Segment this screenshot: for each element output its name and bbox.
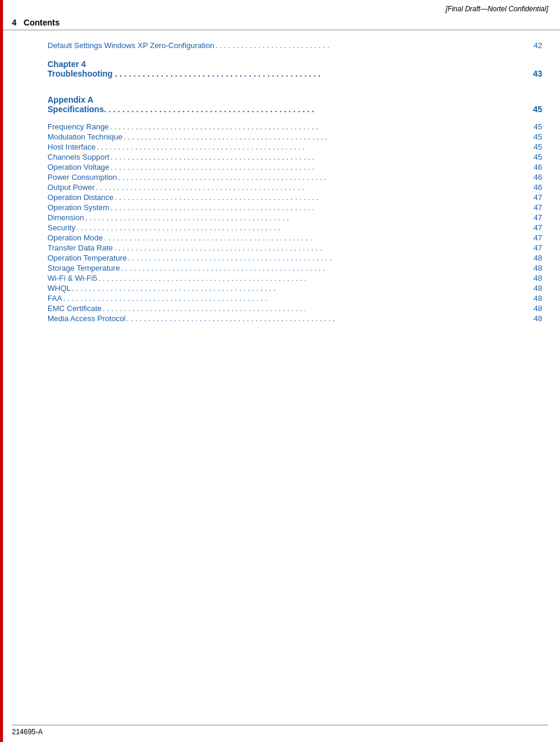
toc-dots: . . . . . . . . . . . . . . . . . . . . …	[103, 304, 524, 313]
toc-dots: . . . . . . . . . . . . . . . . . . . . …	[77, 223, 524, 232]
toc-dots: . . . . . . . . . . . . . . . . . . . . …	[64, 294, 524, 303]
toc-link[interactable]: Storage Temperature	[48, 264, 120, 272]
toc-page: 48	[526, 274, 542, 283]
toc-link[interactable]: FAA	[48, 294, 62, 303]
toc-link[interactable]: EMC Certificate	[48, 304, 102, 313]
toc-entry[interactable]: Frequency Range . . . . . . . . . . . . …	[48, 122, 542, 131]
toc-dots: . . . . . . . . . . . . . . . . . . . . …	[115, 193, 524, 202]
toc-entry[interactable]: Power Consumption . . . . . . . . . . . …	[48, 173, 542, 182]
red-bar	[0, 0, 3, 742]
toc-entry[interactable]: Security . . . . . . . . . . . . . . . .…	[48, 223, 542, 232]
toc-page: 48	[526, 304, 542, 313]
toc-entry[interactable]: Operation Temperature . . . . . . . . . …	[48, 253, 542, 262]
toc-entry[interactable]: Operation Distance . . . . . . . . . . .…	[48, 193, 542, 202]
toc-entry[interactable]: Dimension . . . . . . . . . . . . . . . …	[48, 213, 542, 222]
toc-link[interactable]: Host Interface	[48, 142, 96, 151]
toc-dots: . . . . . . . . . . . . . . . . . . . . …	[127, 314, 524, 323]
toc-dots: . . . . . . . . . . . . . . . . . . . . …	[96, 183, 525, 192]
toc-link[interactable]: Troubleshooting . . . . . . . . . . . . …	[48, 69, 526, 78]
toc-content: Default Settings Windows XP Zero-Configu…	[0, 30, 560, 335]
toc-page: 45	[526, 153, 542, 161]
toc-dots: . . . . . . . . . . . . . . . . . . . . …	[110, 153, 524, 161]
toc-page: 47	[526, 243, 542, 252]
toc-entry[interactable]: Operation System . . . . . . . . . . . .…	[48, 203, 542, 212]
page-number: 4	[12, 18, 17, 27]
toc-entry[interactable]: Media Access Protocol . . . . . . . . . …	[48, 314, 542, 323]
header-text: [Final Draft—Nortel Confidential]	[445, 5, 548, 13]
section-title: Contents	[24, 18, 60, 27]
toc-page: 47	[526, 193, 542, 202]
toc-page: 46	[526, 163, 542, 172]
toc-dots: . . . . . . . . . . . . . . . . . . . . …	[104, 233, 524, 242]
toc-entry[interactable]: Operation Mode . . . . . . . . . . . . .…	[48, 233, 542, 242]
toc-dots: . . . . . . . . . . . . . . . . . . . . …	[72, 284, 524, 293]
toc-link[interactable]: Transfer Data Rate	[48, 243, 113, 252]
toc-entry[interactable]: WHQL . . . . . . . . . . . . . . . . . .…	[48, 284, 542, 293]
toc-page: 45	[526, 104, 542, 114]
toc-link[interactable]: Media Access Protocol	[48, 314, 126, 323]
toc-dots: . . . . . . . . . . . . . . . . . . . . …	[114, 243, 524, 252]
toc-link[interactable]: Channels Support	[48, 153, 109, 161]
toc-dots: . . . . . . . . . . . . . . . . . . . . …	[97, 142, 524, 151]
toc-page: 46	[526, 173, 542, 182]
toc-link[interactable]: Operation Distance	[48, 193, 113, 202]
toc-link[interactable]: Default Settings Windows XP Zero-Configu…	[48, 41, 214, 50]
toc-dots: . . . . . . . . . . . . . . . . . . . . …	[110, 122, 524, 131]
toc-link[interactable]: Security	[48, 223, 75, 232]
toc-link[interactable]: Power Consumption	[48, 173, 117, 182]
toc-link[interactable]: Operation Temperature	[48, 253, 126, 262]
toc-dots: . . . . . . . . . . . . . . . . . . . . …	[124, 132, 524, 141]
footer: 214695-A	[12, 725, 548, 736]
toc-entry[interactable]: Host Interface . . . . . . . . . . . . .…	[48, 142, 542, 151]
toc-page: 45	[526, 132, 542, 141]
chapter-label: Appendix A	[48, 95, 542, 104]
toc-entry[interactable]: Wi-Fi & Wi-Fi5 . . . . . . . . . . . . .…	[48, 274, 542, 283]
chapter-label: Chapter 4	[48, 59, 542, 69]
toc-page: 48	[526, 294, 542, 303]
toc-link[interactable]: Modulation Technique	[48, 132, 122, 141]
toc-link[interactable]: Frequency Range	[48, 122, 109, 131]
toc-entry-chapter-title[interactable]: Troubleshooting . . . . . . . . . . . . …	[48, 69, 542, 78]
toc-link[interactable]: WHQL	[48, 284, 71, 293]
toc-entry[interactable]: EMC Certificate . . . . . . . . . . . . …	[48, 304, 542, 313]
toc-page: 47	[526, 213, 542, 222]
toc-link[interactable]: Dimension	[48, 213, 84, 222]
toc-entry[interactable]: Transfer Data Rate . . . . . . . . . . .…	[48, 243, 542, 252]
toc-link[interactable]: Operation Mode	[48, 233, 103, 242]
footer-text: 214695-A	[12, 728, 43, 736]
toc-entry[interactable]: Channels Support . . . . . . . . . . . .…	[48, 153, 542, 161]
toc-page: 47	[526, 233, 542, 242]
toc-page: 43	[526, 69, 542, 78]
toc-link[interactable]: Operation System	[48, 203, 109, 212]
toc-page: 48	[526, 284, 542, 293]
toc-page: 48	[526, 253, 542, 262]
toc-page: 47	[526, 203, 542, 212]
toc-dots: . . . . . . . . . . . . . . . . . . . . …	[110, 163, 524, 172]
page-title-bar: 4 Contents	[0, 15, 560, 30]
toc-dots: . . . . . . . . . . . . . . . . . . . . …	[216, 41, 524, 50]
toc-dots: . . . . . . . . . . . . . . . . . . . . …	[118, 173, 524, 182]
toc-entry[interactable]: Default Settings Windows XP Zero-Configu…	[48, 41, 542, 50]
toc-page: 46	[526, 183, 542, 192]
toc-entry[interactable]: Modulation Technique . . . . . . . . . .…	[48, 132, 542, 141]
toc-link[interactable]: Output Power	[48, 183, 95, 192]
toc-page: 48	[526, 264, 542, 272]
toc-entry[interactable]: Operation Voltage . . . . . . . . . . . …	[48, 163, 542, 172]
toc-page: 42	[526, 41, 542, 50]
toc-link[interactable]: Specifications. . . . . . . . . . . . . …	[48, 104, 526, 114]
toc-page: 45	[526, 122, 542, 131]
toc-dots: . . . . . . . . . . . . . . . . . . . . …	[99, 274, 524, 283]
toc-dots: . . . . . . . . . . . . . . . . . . . . …	[85, 213, 524, 222]
toc-entry[interactable]: Output Power . . . . . . . . . . . . . .…	[48, 183, 542, 192]
toc-entry[interactable]: Storage Temperature . . . . . . . . . . …	[48, 264, 542, 272]
toc-link[interactable]: Operation Voltage	[48, 163, 109, 172]
toc-link[interactable]: Wi-Fi & Wi-Fi5	[48, 274, 97, 283]
toc-dots: . . . . . . . . . . . . . . . . . . . . …	[110, 203, 524, 212]
header: [Final Draft—Nortel Confidential]	[0, 0, 560, 15]
toc-entry[interactable]: FAA . . . . . . . . . . . . . . . . . . …	[48, 294, 542, 303]
toc-dots: . . . . . . . . . . . . . . . . . . . . …	[128, 253, 524, 262]
toc-page: 45	[526, 142, 542, 151]
toc-page: 48	[526, 314, 542, 323]
toc-entry-chapter-title[interactable]: Specifications. . . . . . . . . . . . . …	[48, 104, 542, 114]
toc-page: 47	[526, 223, 542, 232]
